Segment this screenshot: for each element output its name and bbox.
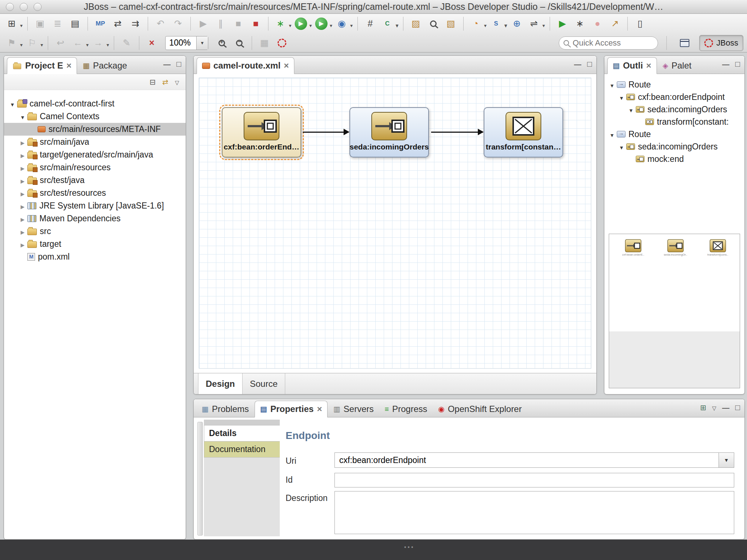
- tab-openshift-explorer[interactable]: OpenShift Explorer: [433, 401, 527, 417]
- tab-properties[interactable]: Properties: [255, 401, 328, 417]
- history-icon[interactable]: ◔: [468, 16, 487, 31]
- outline-item-cxf-bean-orderendpoint[interactable]: cxf:bean:orderEndpoint: [604, 91, 744, 103]
- zoom-input[interactable]: [166, 38, 196, 48]
- zoom-dropdown-icon[interactable]: [196, 36, 208, 50]
- outline-item-route-2[interactable]: Route: [604, 128, 744, 140]
- uri-input[interactable]: [335, 453, 719, 467]
- expander-icon[interactable]: [617, 142, 626, 152]
- camel-route-icon[interactable]: [274, 35, 290, 51]
- section-tab-documentation[interactable]: Documentation: [204, 442, 283, 458]
- outline-item-seda-incomingorders-1[interactable]: seda:incomingOrders: [604, 103, 744, 116]
- stop-server-icon[interactable]: ●: [589, 16, 606, 31]
- expander-icon[interactable]: [626, 105, 636, 114]
- tab-camel-route-xml[interactable]: camel-route.xml: [197, 57, 294, 74]
- back-icon[interactable]: ←: [70, 35, 89, 51]
- node-transform-constant[interactable]: transform[constan…: [484, 107, 563, 158]
- new-class-icon[interactable]: C: [379, 16, 399, 31]
- pause-icon[interactable]: ∥: [212, 16, 229, 31]
- show-advanced-properties-icon[interactable]: [700, 404, 706, 411]
- debug-server-icon[interactable]: ∗: [572, 16, 588, 31]
- quick-access-input[interactable]: [573, 38, 653, 48]
- tree-item-target-generated[interactable]: target/generated/src/main/java: [4, 148, 186, 161]
- run-history-button[interactable]: ▶: [313, 16, 333, 31]
- tree-item-meta-inf[interactable]: src/main/resources/META-INF: [4, 123, 186, 136]
- outline-item-transform-constant[interactable]: transform[constant:: [604, 116, 744, 128]
- maximize-view-icon[interactable]: [587, 60, 592, 68]
- delete-icon[interactable]: ×: [143, 35, 160, 51]
- expander-icon[interactable]: [607, 129, 617, 139]
- close-icon[interactable]: [646, 61, 651, 71]
- save-icon[interactable]: ▣: [32, 16, 49, 31]
- annotations-icon[interactable]: ▧: [442, 16, 459, 31]
- tree-item-project[interactable]: camel-cxf-contract-first: [4, 97, 186, 110]
- resume-icon[interactable]: ▶: [195, 16, 212, 31]
- save-all-icon[interactable]: ≣: [49, 16, 66, 31]
- expander-icon[interactable]: [607, 80, 617, 90]
- node-seda-incomingorders[interactable]: seda:incomingOrders: [349, 107, 429, 158]
- tab-package-explorer[interactable]: Package: [78, 58, 132, 74]
- expander-icon[interactable]: [18, 137, 27, 147]
- maximize-view-icon[interactable]: [735, 404, 740, 412]
- previous-annotation-icon[interactable]: ⚑: [4, 35, 23, 51]
- maximize-view-icon[interactable]: [735, 60, 740, 68]
- tab-progress[interactable]: Progress: [380, 401, 433, 417]
- connections-icon[interactable]: ⇌: [526, 16, 546, 31]
- new-java-project-icon[interactable]: #: [362, 16, 379, 31]
- print-icon[interactable]: ▤: [67, 16, 84, 31]
- resize-handle[interactable]: [404, 544, 415, 551]
- view-menu-icon[interactable]: [175, 78, 179, 86]
- close-icon[interactable]: [66, 61, 71, 71]
- tree-item-maven-dependencies[interactable]: Maven Dependencies: [4, 212, 186, 225]
- tree-item-target[interactable]: target: [4, 238, 186, 250]
- maximize-view-icon[interactable]: [177, 60, 181, 68]
- tree-item-src-main-java[interactable]: src/main/java: [4, 136, 186, 148]
- description-textarea[interactable]: [334, 491, 734, 534]
- view-menu-icon[interactable]: [712, 404, 716, 411]
- next-annotation-icon[interactable]: ⚐: [24, 35, 44, 51]
- expander-icon[interactable]: [18, 201, 27, 211]
- new-wizard-icon[interactable]: ⊞: [4, 16, 23, 31]
- tree-item-camel-contexts[interactable]: Camel Contexts: [4, 110, 186, 123]
- collapse-all-icon[interactable]: [150, 78, 156, 86]
- tab-servers[interactable]: Servers: [328, 401, 379, 417]
- route-design-canvas[interactable]: cxf:bean:orderEnd… seda:incomingOrders: [199, 78, 591, 369]
- close-icon[interactable]: [284, 61, 289, 71]
- last-edit-location-icon[interactable]: ↩: [52, 35, 69, 51]
- node-cxf-bean-orderendpoint[interactable]: cxf:bean:orderEnd…: [222, 107, 301, 158]
- open-perspective-button[interactable]: [675, 35, 694, 51]
- tab-project-explorer[interactable]: Project E: [7, 57, 77, 74]
- diagram-overview[interactable]: cxf:bean:orderE.. seda:incomingOr..: [609, 234, 740, 388]
- tree-item-src-test-java[interactable]: src/test/java: [4, 174, 186, 187]
- link-with-editor-icon[interactable]: [162, 78, 169, 86]
- uri-dropdown-icon[interactable]: [719, 453, 734, 467]
- expander-icon[interactable]: [18, 239, 27, 249]
- expander-icon[interactable]: [8, 99, 17, 109]
- tab-problems[interactable]: Problems: [197, 401, 254, 417]
- link-with-editor-icon[interactable]: ✎: [118, 35, 135, 51]
- layout-icon[interactable]: ▦: [256, 35, 273, 51]
- expander-icon[interactable]: [18, 112, 27, 121]
- minimize-view-icon[interactable]: [722, 61, 729, 68]
- tab-palette[interactable]: Palet: [658, 58, 697, 74]
- open-resource-icon[interactable]: ▨: [407, 16, 424, 31]
- expander-icon[interactable]: [18, 175, 27, 185]
- maven-publish-icon[interactable]: MP: [92, 16, 109, 31]
- expander-icon[interactable]: [18, 163, 27, 172]
- snippets-icon[interactable]: S: [488, 16, 508, 31]
- expander-icon[interactable]: [18, 226, 27, 236]
- deploy-icon[interactable]: ↗: [607, 16, 623, 31]
- tree-item-src-main-resources[interactable]: src/main/resources: [4, 161, 186, 174]
- terminate-icon[interactable]: ■: [247, 16, 264, 31]
- expander-icon[interactable]: [617, 92, 626, 102]
- forward-icon[interactable]: →: [90, 35, 110, 51]
- transfer-icon[interactable]: ⇉: [127, 16, 144, 31]
- expander-icon[interactable]: [18, 150, 27, 160]
- outline-item-seda-incomingorders-2[interactable]: seda:incomingOrders: [604, 140, 744, 153]
- tree-item-pom-xml[interactable]: pom.xml: [4, 250, 186, 263]
- run-server-icon[interactable]: ▶: [554, 16, 571, 31]
- close-window-button[interactable]: [6, 3, 14, 11]
- tree-item-src-test-resources[interactable]: src/test/resources: [4, 187, 186, 199]
- expander-icon[interactable]: [18, 188, 27, 198]
- expander-icon[interactable]: [18, 214, 27, 223]
- tab-design[interactable]: Design: [198, 373, 243, 394]
